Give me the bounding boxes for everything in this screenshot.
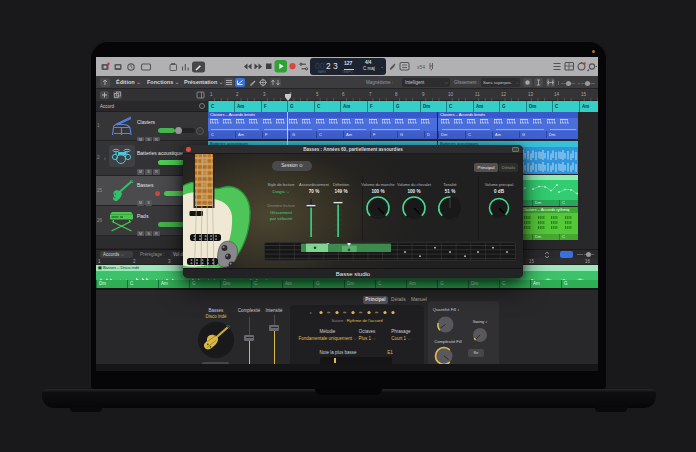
svg-text:x54: x54 xyxy=(417,64,425,70)
